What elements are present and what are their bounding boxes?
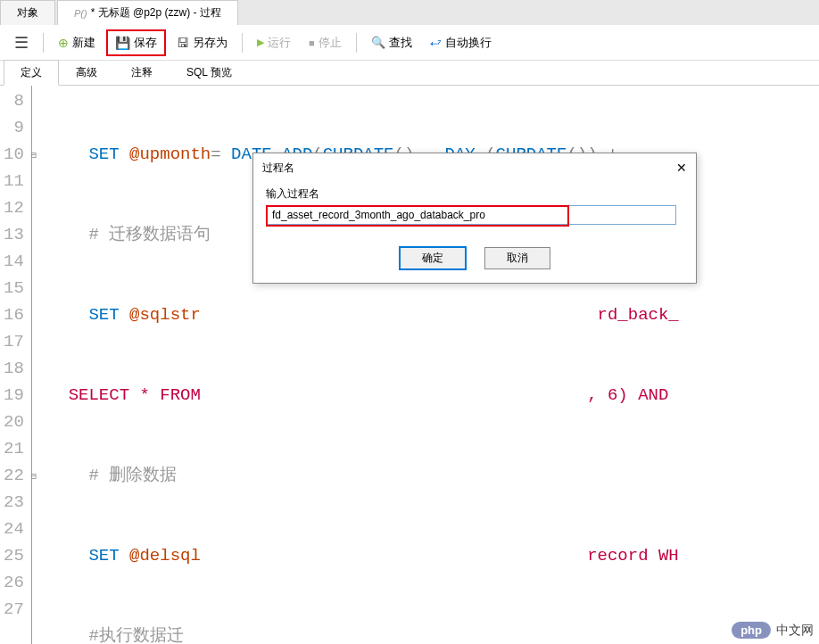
- play-icon: ▶: [257, 37, 264, 48]
- new-button[interactable]: ⊕ 新建: [51, 31, 103, 54]
- button-label: 保存: [134, 35, 157, 51]
- dialog-title-text: 过程名: [262, 161, 294, 176]
- watermark: php 中文网: [732, 622, 814, 639]
- save-as-button[interactable]: 🖫 另存为: [170, 31, 235, 54]
- wrap-icon: ⮐: [430, 36, 442, 49]
- button-label: 查找: [389, 35, 412, 51]
- save-button[interactable]: 💾 保存: [106, 29, 166, 56]
- line-gutter: 8 9 10⊟ 11 12 13 14 15 16 17 18 19 20 21…: [0, 86, 32, 644]
- button-label: 停止: [318, 35, 342, 51]
- tab-procedure[interactable]: P() * 无标题 @p2p (zzw) - 过程: [57, 0, 238, 25]
- plus-circle-icon: ⊕: [58, 36, 69, 50]
- tab-label: 对象: [17, 5, 38, 21]
- main-toolbar: ☰ ⊕ 新建 💾 保存 🖫 另存为 ▶ 运行 ■ 停止 🔍 查找 ⮐ 自动换行: [0, 25, 819, 61]
- magnifier-icon: 🔍: [371, 36, 385, 49]
- input-label: 输入过程名: [266, 186, 683, 202]
- button-label: 另存为: [193, 35, 228, 51]
- tab-define[interactable]: 定义: [4, 60, 59, 86]
- document-tabs: 对象 P() * 无标题 @p2p (zzw) - 过程: [0, 0, 819, 25]
- section-tabs: 定义 高级 注释 SQL 预览: [0, 61, 819, 86]
- tab-comment[interactable]: 注释: [114, 60, 170, 85]
- floppy-disk-icon: 💾: [115, 36, 130, 50]
- dialog-buttons: 确定 取消: [253, 237, 696, 283]
- tab-objects[interactable]: 对象: [0, 0, 55, 25]
- cancel-button[interactable]: 取消: [484, 247, 550, 269]
- ok-button[interactable]: 确定: [399, 246, 467, 270]
- button-label: 新建: [72, 35, 95, 51]
- watermark-text: 中文网: [776, 623, 814, 639]
- dialog-titlebar: 过程名 ✕: [253, 153, 696, 183]
- run-button[interactable]: ▶ 运行: [250, 31, 298, 54]
- procedure-icon: P(): [74, 8, 87, 19]
- button-label: 自动换行: [445, 35, 492, 51]
- find-button[interactable]: 🔍 查找: [364, 31, 419, 54]
- separator: [43, 33, 44, 53]
- procedure-name-input[interactable]: [266, 205, 676, 225]
- tab-advanced[interactable]: 高级: [59, 60, 114, 85]
- tab-label: * 无标题 @p2p (zzw) - 过程: [91, 5, 221, 21]
- procedure-name-dialog: 过程名 ✕ 输入过程名 确定 取消: [252, 153, 697, 284]
- button-label: 运行: [268, 35, 291, 51]
- save-as-icon: 🖫: [177, 36, 189, 50]
- close-icon[interactable]: ✕: [676, 161, 687, 176]
- hamburger-icon[interactable]: ☰: [7, 31, 36, 54]
- stop-icon: ■: [309, 37, 315, 48]
- php-badge: php: [732, 622, 771, 639]
- separator: [356, 33, 357, 53]
- dialog-body: 输入过程名: [253, 183, 696, 237]
- stop-button: ■ 停止: [302, 31, 349, 54]
- tab-sql-preview[interactable]: SQL 预览: [170, 60, 249, 85]
- separator: [242, 33, 243, 53]
- word-wrap-button[interactable]: ⮐ 自动换行: [423, 31, 499, 54]
